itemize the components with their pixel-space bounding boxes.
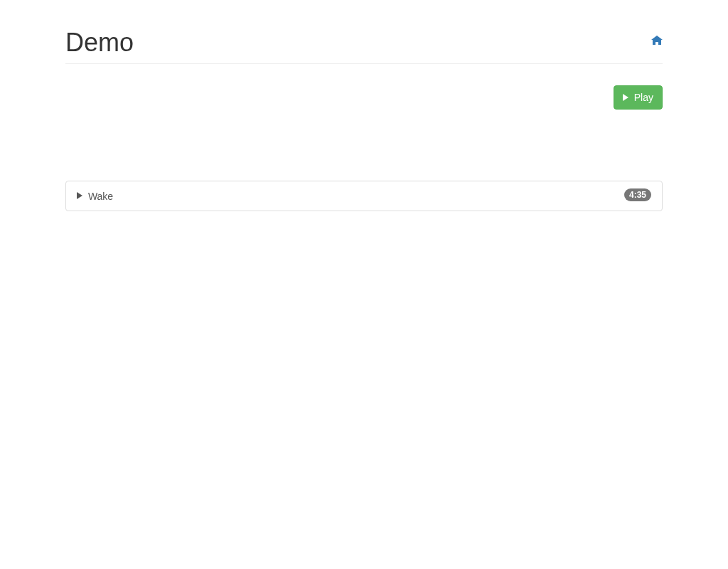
track-duration-badge: 4:35 <box>624 188 651 201</box>
main-container: Demo Play Wake 4:35 <box>55 28 673 211</box>
play-button-label: Play <box>634 92 653 103</box>
play-icon <box>77 192 82 199</box>
play-controls: Play <box>65 85 663 110</box>
page-title: Demo <box>65 28 134 57</box>
track-item[interactable]: Wake 4:35 <box>65 181 663 211</box>
home-icon <box>651 35 663 51</box>
page-header: Demo <box>65 28 663 64</box>
track-title: Wake <box>88 191 113 202</box>
play-button[interactable]: Play <box>614 85 663 110</box>
home-link[interactable] <box>651 34 663 50</box>
play-icon <box>623 94 628 101</box>
track-list: Wake 4:35 <box>65 181 663 211</box>
